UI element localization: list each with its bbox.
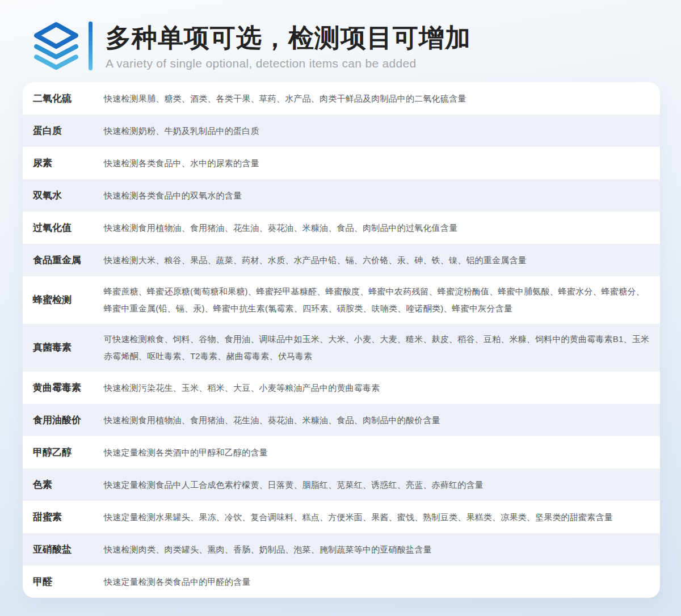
detection-item-label: 双氧水 [33,189,104,202]
detection-item-description: 快速检测污染花生、玉米、稻米、大豆、小麦等粮油产品中的黄曲霉毒素 [104,379,650,396]
detection-item-description: 快速定量检测水果罐头、果冻、冷饮、复合调味料、糕点、方便米面、果酱、蜜饯、熟制豆… [104,509,650,526]
page-subtitle: A variety of single optional, detection … [106,57,471,70]
detection-item-label: 食用油酸价 [33,414,104,427]
detection-item-label: 真菌毒素 [33,341,104,355]
detection-item-description: 快速定量检测各类酒中的甲醇和乙醇的含量 [104,444,650,461]
stacked-layers-icon [33,22,79,70]
title-block: 多种单项可选，检测项目可增加 A variety of single optio… [106,20,471,70]
table-row: 甲醇乙醇 快速定量检测各类酒中的甲醇和乙醇的含量 [23,436,660,469]
detection-item-label: 尿素 [33,157,104,170]
table-row: 甜蜜素 快速定量检测水果罐头、果冻、冷饮、复合调味料、糕点、方便米面、果酱、蜜饯… [23,501,660,533]
table-row: 食品重金属 快速检测大米、粮谷、果品、蔬菜、药材、水质、水产品中铅、镉、六价铬、… [23,244,660,276]
table-row: 黄曲霉毒素 快速检测污染花生、玉米、稻米、大豆、小麦等粮油产品中的黄曲霉毒素 [23,372,660,404]
detection-item-label: 甲醛 [33,575,104,589]
detection-table: 二氧化硫 快速检测果脯、糖类、酒类、各类干果、草药、水产品、肉类干鲜品及肉制品中… [23,82,660,598]
page-header: 多种单项可选，检测项目可增加 A variety of single optio… [0,0,681,82]
table-row: 过氧化值 快速检测食用植物油、食用猪油、花生油、葵花油、米糠油、食品、肉制品中的… [23,212,660,244]
table-row: 双氧水 快速检测各类食品中的双氧水的含量 [23,179,660,212]
detection-item-label: 蛋白质 [33,124,104,138]
detection-item-description: 快速检测奶粉、牛奶及乳制品中的蛋白质 [104,123,650,140]
detection-item-label: 甜蜜素 [33,510,104,524]
detection-item-label: 亚硝酸盐 [33,543,104,556]
detection-item-description: 快速检测肉类、肉类罐头、熏肉、香肠、奶制品、泡菜、腌制蔬菜等中的亚硝酸盐含量 [104,541,650,558]
table-row: 真菌毒素 可快速检测粮食、饲料、谷物、食用油、调味品中如玉米、大米、小麦、大麦、… [23,324,660,372]
detection-item-description: 可快速检测粮食、饲料、谷物、食用油、调味品中如玉米、大米、小麦、大麦、糙米、麸皮… [104,331,650,365]
table-row: 色素 快速定量检测食品中人工合成色素柠檬黄、日落黄、胭脂红、苋菜红、诱惑红、亮蓝… [23,469,660,501]
table-row: 亚硝酸盐 快速检测肉类、肉类罐头、熏肉、香肠、奶制品、泡菜、腌制蔬菜等中的亚硝酸… [23,533,660,566]
detection-item-description: 快速检测各类食品中的双氧水的含量 [104,187,650,204]
detection-item-description: 快速检测食用植物油、食用猪油、花生油、葵花油、米糠油、食品、肉制品中的过氧化值含… [104,220,650,237]
title-accent-bar [89,22,93,70]
detection-item-label: 甲醇乙醇 [33,446,104,459]
detection-item-description: 快速定量检测食品中人工合成色素柠檬黄、日落黄、胭脂红、苋菜红、诱惑红、亮蓝、赤藓… [104,476,650,493]
detection-item-description: 快速检测大米、粮谷、果品、蔬菜、药材、水质、水产品中铅、镉、六价铬、汞、砷、铁、… [104,252,650,269]
page-title: 多种单项可选，检测项目可增加 [106,20,471,56]
detection-item-label: 蜂蜜检测 [33,293,104,307]
table-row: 甲醛 快速定量检测各类食品中的甲醛的含量 [23,566,660,598]
detection-item-description: 快速检测食用植物油、食用猪油、花生油、葵花油、米糠油、食品、肉制品中的酸价含量 [104,412,650,429]
table-row: 食用油酸价 快速检测食用植物油、食用猪油、花生油、葵花油、米糠油、食品、肉制品中… [23,404,660,436]
detection-item-label: 食品重金属 [33,254,104,267]
detection-item-label: 色素 [33,478,104,492]
detection-item-label: 过氧化值 [33,221,104,235]
detection-item-label: 二氧化硫 [33,92,104,106]
detection-item-description: 快速检测各类食品中、水中的尿素的含量 [104,155,650,172]
detection-item-description: 快速定量检测各类食品中的甲醛的含量 [104,573,650,590]
table-row: 二氧化硫 快速检测果脯、糖类、酒类、各类干果、草药、水产品、肉类干鲜品及肉制品中… [23,82,660,115]
table-row: 蛋白质 快速检测奶粉、牛奶及乳制品中的蛋白质 [23,115,660,147]
detection-item-description: 快速检测果脯、糖类、酒类、各类干果、草药、水产品、肉类干鲜品及肉制品中的二氧化硫… [104,90,650,107]
detection-item-label: 黄曲霉毒素 [33,381,104,395]
table-row: 尿素 快速检测各类食品中、水中的尿素的含量 [23,147,660,179]
detection-item-description: 蜂蜜蔗糖、蜂蜜还原糖(葡萄糖和果糖)、蜂蜜羟甲基糠醛、蜂蜜酸度、蜂蜜中农药残留、… [104,283,650,317]
table-row: 蜂蜜检测 蜂蜜蔗糖、蜂蜜还原糖(葡萄糖和果糖)、蜂蜜羟甲基糠醛、蜂蜜酸度、蜂蜜中… [23,276,660,324]
